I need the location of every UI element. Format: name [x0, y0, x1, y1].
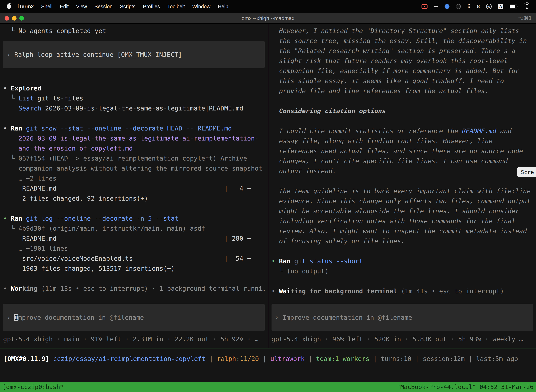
- terminal-line: this single essay, it seems like a good …: [272, 76, 533, 86]
- screen-recording-indicator[interactable]: [421, 4, 427, 9]
- terminal-line: Considering citation options: [272, 106, 533, 116]
- text-segment: (11m 13s • esc to interrupt) · 1 backgro…: [38, 285, 264, 292]
- terminal-line: • Explored: [3, 83, 265, 93]
- omx-status-bar: [OMX#0.11.9] cczip/essay/ai-reimplementa…: [0, 348, 536, 382]
- number-8-icon[interactable]: 8: [477, 4, 480, 9]
- terminal-line: slight risk that future readers may over…: [272, 56, 533, 66]
- terminal-line: • Waiting for background terminal (1m 41…: [272, 286, 533, 296]
- gauge-icon[interactable]: 61: [486, 4, 492, 9]
- terminal-line: evidence. Since this change only affects…: [272, 196, 533, 206]
- right-scrollback[interactable]: However, I noticed the "Directory Struct…: [272, 26, 533, 304]
- traffic-lights: [0, 16, 24, 21]
- text-segment: king: [22, 285, 38, 292]
- text-segment: Explored: [11, 85, 41, 92]
- terminal-line: the "Related research writing" section i…: [272, 46, 533, 56]
- menu-edit[interactable]: Edit: [56, 4, 72, 9]
- menu-session[interactable]: Session: [91, 4, 116, 9]
- left-pane[interactable]: └ No agents completed yet › Ralph loop a…: [0, 24, 268, 348]
- menu-scripts[interactable]: Scripts: [116, 4, 139, 9]
- menu-window[interactable]: Window: [188, 4, 214, 9]
- terminal-line: • Ran git log --oneline --decorate -n 5 …: [3, 213, 265, 223]
- text-segment: •: [272, 288, 279, 295]
- text-segment: •: [272, 257, 279, 265]
- terminal-line: … +2 lines: [3, 173, 265, 183]
- text-segment: companion file, especially if more comme…: [272, 67, 519, 75]
- terminal-line: review. Also, I might want to inspect th…: [272, 226, 533, 236]
- text-segment: └ No agents completed yet: [3, 27, 106, 34]
- screen-edge-button[interactable]: Scre: [517, 167, 536, 177]
- text-segment: Ran: [11, 125, 22, 132]
- tmux-host-time: "MacBook-Pro-44.local" 04:52 31-Mar-26: [397, 383, 534, 390]
- menu-view[interactable]: View: [72, 4, 91, 9]
- text-segment: of focusing solely on file lines.: [272, 238, 405, 245]
- text-segment: companion analysis without altering the …: [3, 165, 262, 172]
- text-segment: ›: [7, 314, 14, 321]
- text-segment: Ran: [279, 257, 291, 265]
- battery-icon[interactable]: [510, 5, 517, 9]
- text-segment: | turns:10 | session:12m | last:5m ago: [369, 355, 518, 362]
- menu-profiles[interactable]: Profiles: [139, 4, 164, 9]
- text-segment: •: [3, 285, 11, 292]
- right-pane[interactable]: However, I noticed the "Directory Struct…: [268, 24, 536, 348]
- text-segment: └ 067f154 (HEAD -> essay/ai-reimplementa…: [3, 155, 247, 162]
- text-segment: 1903 files changed, 513517 insertions(+): [3, 265, 175, 272]
- close-button[interactable]: [5, 16, 9, 21]
- text-segment: git ls-files: [34, 95, 83, 102]
- left-transcript: • Explored └ List git ls-files Search 20…: [3, 73, 265, 294]
- menu-shell[interactable]: Shell: [38, 4, 56, 9]
- tmux-panes: └ No agents completed yet › Ralph loop a…: [0, 24, 536, 348]
- terminal-line: companion analysis without altering the …: [3, 163, 265, 173]
- text-segment: … +2 lines: [3, 175, 57, 182]
- blue-app-icon[interactable]: [445, 4, 450, 9]
- left-scrollback[interactable]: └ No agents completed yet › Ralph loop a…: [3, 26, 265, 304]
- text-segment: (1m 41s • esc to interrupt): [397, 288, 504, 295]
- right-prompt-input[interactable]: › Improve documentation in @filename: [272, 304, 533, 331]
- terminal-line: › Improve documentation in @filename: [275, 313, 530, 322]
- terminal-line: 2026-03-09-is-legal-the-same-as-legitima…: [3, 133, 265, 143]
- terminal-line: [272, 176, 533, 186]
- tmux-session-label: [omx-cczip0:bash*: [2, 383, 64, 390]
- right-transcript: However, I noticed the "Directory Struct…: [272, 26, 533, 296]
- terminal-line: the source tree, missing the essay. Stil…: [272, 36, 533, 46]
- text-segment: team:1 workers: [316, 355, 369, 362]
- text-segment: Considering citation options: [272, 107, 386, 115]
- text-segment: |: [259, 355, 270, 362]
- menu-iterm2[interactable]: iTerm2: [14, 4, 38, 9]
- text-segment: and-the-erosion-of-copyleft.md: [3, 145, 133, 152]
- text-segment: › Improve documentation in @filename: [275, 314, 412, 321]
- left-status-line: gpt-5.4 xhigh · main · 91% left · 2.31M …: [3, 334, 265, 344]
- menu-status-icons: ✳⠿861A: [421, 4, 530, 10]
- terminal-line: └ No agents completed yet: [3, 26, 265, 36]
- asterisk-icon[interactable]: ✳: [434, 4, 438, 10]
- terminal-line: of focusing solely on file lines.: [272, 236, 533, 246]
- terminal-line: • Ran git status --short: [272, 256, 533, 266]
- menu-help[interactable]: Help: [214, 4, 232, 9]
- text-segment: 2 files changed, 92 insertions(+): [3, 195, 148, 202]
- text-segment: └ 4b9d30f (origin/main, instructkr/main,…: [3, 225, 205, 232]
- dots-grid-icon[interactable]: ⠿: [467, 4, 471, 9]
- text-segment: List: [19, 95, 34, 102]
- left-prompt-input[interactable]: › Improve documentation in @filename: [3, 304, 265, 331]
- window-titlebar[interactable]: omx --xhigh --madmax ⌥⌘1: [0, 13, 536, 23]
- menu-toolbelt[interactable]: Toolbelt: [163, 4, 188, 9]
- menu-items: iTerm2ShellEditViewSessionScriptsProfile…: [14, 4, 232, 9]
- terminal-window: └ No agents completed yet › Ralph loop a…: [0, 24, 536, 392]
- terminal-line: [272, 96, 533, 106]
- text-segment: •: [3, 215, 11, 222]
- terminal-line: README.md | 4 +: [3, 183, 265, 193]
- terminal-line: changes, I can't cite specific file line…: [272, 156, 533, 166]
- text-segment: evidence. Since this change only affects…: [272, 197, 531, 205]
- text-segment: git status --short: [291, 257, 363, 265]
- minimize-button[interactable]: [12, 16, 17, 21]
- tmux-status-bar: [omx-cczip0:bash* "MacBook-Pro-44.local"…: [0, 382, 536, 392]
- text-segment: 2026-03-09-is-legal-the-same-as-legitima…: [41, 105, 243, 112]
- text-segment: git show --stat --oneline --decorate HEA…: [22, 125, 232, 132]
- terminal-line: [272, 276, 533, 286]
- zoom-button[interactable]: [19, 16, 24, 21]
- wifi-icon[interactable]: [524, 4, 530, 9]
- apple-menu-icon[interactable]: [7, 4, 11, 9]
- terminal-line: However, I noticed the "Directory Struct…: [272, 26, 533, 36]
- text-segment: Ralph loop active continue [OMX_TMUX_INJ…: [14, 51, 182, 58]
- input-source-icon[interactable]: A: [498, 4, 503, 9]
- dark-app-icon[interactable]: [456, 4, 461, 9]
